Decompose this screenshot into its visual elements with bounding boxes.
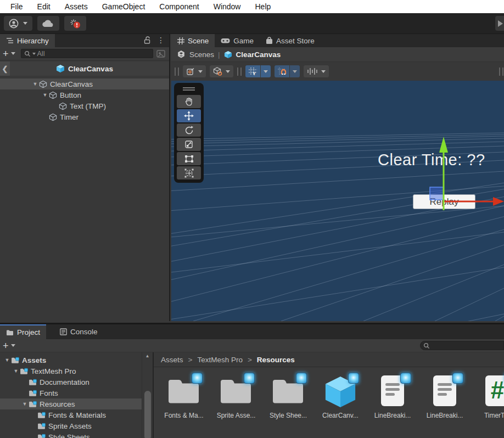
transform-tool-button[interactable]: [177, 166, 201, 179]
toolbar-drag-handle[interactable]: [175, 68, 179, 76]
menu-gameobject[interactable]: GameObject: [95, 2, 153, 11]
scene-header-label: ClearCanvas: [68, 65, 113, 73]
project-item-style-sheets[interactable]: Style Sheets: [0, 431, 142, 438]
project-search-input[interactable]: [420, 341, 504, 350]
expand-arrow-icon[interactable]: ▼: [12, 368, 20, 374]
breadcrumb-scenes[interactable]: Scenes: [189, 50, 214, 59]
grid-visibility-icon: Y: [248, 67, 257, 76]
tab-console[interactable]: Console: [54, 324, 104, 339]
menu-assets[interactable]: Assets: [58, 2, 95, 11]
project-item-assets[interactable]: ▼ Assets: [0, 355, 142, 366]
hierarchy-search-input[interactable]: All: [21, 49, 153, 58]
hierarchy-panel: Hierarchy ⋮ + All ❮: [0, 34, 170, 321]
expand-arrow-icon[interactable]: ▼: [3, 357, 11, 363]
menu-component[interactable]: Component: [152, 2, 206, 11]
asset-item-fonts-materials[interactable]: Fonts & Ma...: [160, 374, 208, 438]
project-tab-label: Project: [17, 328, 40, 336]
project-item-fonts[interactable]: Fonts: [0, 388, 142, 398]
tab-hierarchy[interactable]: Hierarchy: [0, 34, 55, 47]
cloud-button[interactable]: [37, 16, 59, 31]
hierarchy-item-button[interactable]: ▼ Button: [0, 89, 169, 100]
project-item-sprite-assets[interactable]: Sprite Assets: [0, 420, 142, 431]
tab-scene[interactable]: Scene: [171, 34, 215, 47]
project-breadcrumb: Assets > TextMesh Pro > Resources: [154, 352, 504, 367]
breadcrumb-separator: >: [188, 356, 193, 364]
hierarchy-item-label: Button: [60, 91, 81, 99]
rect-tool-icon: [184, 155, 194, 163]
hierarchy-item-label: ClearCanvas: [50, 80, 93, 88]
breadcrumb-resources[interactable]: Resources: [257, 356, 295, 364]
folder-asset-icon: [29, 379, 37, 386]
pivot-caret-icon: [198, 70, 203, 73]
expand-arrow-icon[interactable]: ▼: [41, 92, 49, 98]
hierarchy-search-text: All: [37, 50, 45, 58]
scrollbar-thumb[interactable]: [144, 391, 151, 438]
toolbar-drag-handle[interactable]: [499, 68, 503, 76]
hand-tool-icon: [184, 97, 193, 106]
hierarchy-item-text-tmp[interactable]: Text (TMP): [0, 100, 169, 111]
asset-item-label: ClearCanv...: [322, 412, 359, 419]
expand-arrow-icon[interactable]: ▼: [21, 401, 29, 407]
breadcrumb-textmeshpro[interactable]: TextMesh Pro: [197, 356, 243, 364]
project-item-resources[interactable]: ▼ Resources: [0, 398, 142, 409]
gameobject-cube-icon: [49, 91, 57, 99]
scene-canvas[interactable]: Clear Time: ?? Replay: [171, 81, 504, 321]
asset-store-bag-icon: [266, 37, 273, 44]
toolbar-drag-handle[interactable]: [237, 68, 242, 76]
asset-item-linebreaking-1[interactable]: LineBreaki...: [369, 374, 416, 438]
asset-item-label: TimerT...: [484, 412, 504, 419]
kebab-menu-icon[interactable]: ⋮: [157, 37, 165, 43]
project-item-textmeshpro[interactable]: ▼ TextMesh Pro: [0, 366, 142, 377]
project-item-fonts-materials[interactable]: Fonts & Materials: [0, 409, 142, 420]
collapse-chevron-icon[interactable]: ❮: [0, 61, 10, 76]
menu-help[interactable]: Help: [248, 2, 278, 11]
increment-snap-button[interactable]: [304, 65, 329, 77]
tab-game[interactable]: Game: [215, 34, 260, 47]
hierarchy-create-button[interactable]: +: [3, 49, 15, 58]
palette-drag-handle[interactable]: [183, 87, 195, 91]
menu-edit[interactable]: Edit: [30, 2, 58, 11]
asset-item-sprite-assets[interactable]: Sprite Asse...: [212, 374, 260, 438]
grid-visibility-toggle[interactable]: Y: [245, 65, 271, 77]
project-tree-scrollbar[interactable]: ▲: [142, 352, 153, 438]
hierarchy-item-clearcanvas[interactable]: ▼ ClearCanvas: [0, 78, 169, 89]
project-tab-bar: Project Console: [0, 324, 504, 339]
svg-text:Y: Y: [253, 71, 256, 76]
menu-file[interactable]: File: [3, 2, 30, 11]
account-button[interactable]: [4, 16, 32, 31]
unlock-icon[interactable]: [144, 36, 150, 44]
orientation-button[interactable]: [210, 65, 233, 77]
hierarchy-item-timer[interactable]: Timer: [0, 111, 169, 122]
hand-tool-button[interactable]: [177, 95, 201, 108]
scene-header-row[interactable]: ❮ ClearCanvas: [0, 61, 169, 76]
scroll-up-arrow-icon[interactable]: ▲: [142, 353, 153, 358]
expand-arrow-icon[interactable]: ▼: [31, 81, 39, 87]
pivot-mode-button[interactable]: [183, 65, 206, 77]
cloud-icon: [42, 20, 54, 27]
breadcrumb-current-scene[interactable]: ClearCanvas: [236, 50, 281, 59]
asset-item-clearcanvas-scene[interactable]: ClearCanv...: [317, 374, 364, 438]
project-item-documentation[interactable]: Documentation: [0, 377, 142, 388]
tab-asset-store[interactable]: Asset Store: [260, 34, 321, 47]
rotate-tool-icon: [184, 126, 194, 135]
asset-item-linebreaking-2[interactable]: LineBreaki...: [421, 374, 468, 438]
play-button[interactable]: [495, 16, 504, 31]
asset-item-style-sheets[interactable]: Style Shee...: [265, 374, 312, 438]
hierarchy-picker-icon[interactable]: [156, 50, 165, 58]
tab-project[interactable]: Project: [0, 324, 46, 339]
collab-alert-button[interactable]: [64, 16, 86, 31]
rotate-tool-button[interactable]: [177, 123, 201, 137]
pivot-icon: [186, 68, 195, 76]
move-tool-button[interactable]: [177, 109, 201, 122]
scene-text-clear-time[interactable]: Clear Time: ??: [378, 151, 485, 169]
scale-tool-icon: [184, 140, 193, 149]
grid-snap-toggle[interactable]: [275, 65, 300, 77]
scale-tool-button[interactable]: [177, 138, 201, 151]
scene-replay-button[interactable]: Replay: [413, 194, 475, 209]
project-create-button[interactable]: +: [3, 341, 15, 350]
breadcrumb-assets[interactable]: Assets: [161, 356, 183, 364]
asset-item-label: Fonts & Ma...: [164, 412, 203, 419]
rect-tool-button[interactable]: [177, 152, 201, 165]
asset-item-timer-script[interactable]: # TimerT...: [473, 374, 504, 438]
menu-window[interactable]: Window: [206, 2, 248, 11]
